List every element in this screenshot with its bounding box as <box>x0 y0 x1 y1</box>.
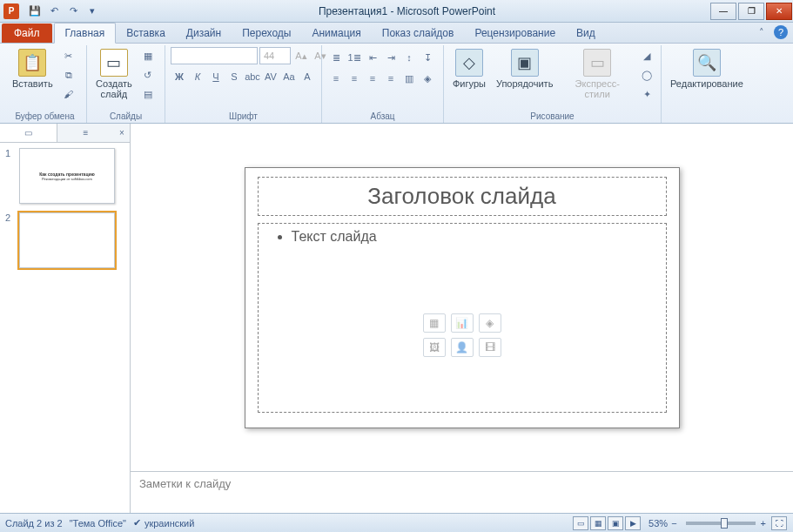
align-left-icon[interactable]: ≡ <box>327 70 345 87</box>
shapes-icon: ◇ <box>455 49 483 77</box>
layout-icon[interactable]: ▦ <box>139 47 157 64</box>
notes-pane[interactable]: Заметки к слайду <box>131 471 793 513</box>
thumb-tab-slides[interactable]: ▭ <box>0 124 57 142</box>
content-icons: ▦ 📊 ◈ 🖼 👤 🎞 <box>423 313 501 357</box>
shapes-button[interactable]: ◇ Фигуры <box>449 47 489 91</box>
insert-table-icon[interactable]: ▦ <box>423 313 446 333</box>
thumb-close-icon[interactable]: × <box>114 124 130 142</box>
shape-outline-icon[interactable]: ◯ <box>638 66 655 84</box>
normal-view-icon[interactable]: ▭ <box>573 516 588 530</box>
thumbnail-tabs: ▭ ≡ × <box>0 124 130 143</box>
slideshow-view-icon[interactable]: ▶ <box>625 516 641 530</box>
tab-insert[interactable]: Вставка <box>116 24 176 43</box>
reset-icon[interactable]: ↺ <box>139 66 157 84</box>
new-slide-button[interactable]: ▭ Создать слайд <box>92 47 136 101</box>
tab-slideshow[interactable]: Показ слайдов <box>372 24 465 43</box>
bullets-icon[interactable]: ≣ <box>327 49 345 66</box>
indent-inc-icon[interactable]: ⇥ <box>382 49 400 66</box>
columns-icon[interactable]: ▥ <box>400 70 418 87</box>
align-right-icon[interactable]: ≡ <box>364 70 381 87</box>
help-icon[interactable]: ? <box>774 25 788 39</box>
thumbnail-item[interactable]: 1 Как создать презентацию Рекомендации о… <box>5 148 124 204</box>
line-spacing-icon[interactable]: ↕ <box>400 49 418 66</box>
redo-icon[interactable]: ↷ <box>64 3 82 20</box>
tab-view[interactable]: Вид <box>566 24 606 43</box>
reading-view-icon[interactable]: ▣ <box>608 516 623 530</box>
font-color-icon[interactable]: A <box>299 68 316 85</box>
quick-styles-button[interactable]: ▭ Экспресс-стили <box>560 47 635 101</box>
thumbnail-list: 1 Как создать презентацию Рекомендации о… <box>0 143 130 513</box>
editing-label: Редактирование <box>670 78 743 89</box>
body-text: Текст слайда <box>292 229 652 245</box>
underline-icon[interactable]: Ч <box>207 68 225 85</box>
cut-icon[interactable]: ✂ <box>60 47 77 64</box>
section-icon[interactable]: ▤ <box>139 85 157 103</box>
zoom-slider[interactable] <box>686 522 756 525</box>
canvas[interactable]: Заголовок слайда Текст слайда ▦ 📊 ◈ 🖼 👤 … <box>131 124 793 471</box>
spellcheck-icon[interactable]: ✔ <box>133 517 141 529</box>
tab-animation[interactable]: Анимация <box>301 24 371 43</box>
grow-font-icon[interactable]: A▴ <box>292 47 310 64</box>
undo-icon[interactable]: ↶ <box>45 3 63 20</box>
tab-home[interactable]: Главная <box>54 23 117 44</box>
insert-chart-icon[interactable]: 📊 <box>451 313 474 333</box>
insert-picture-icon[interactable]: 🖼 <box>423 338 446 357</box>
title-placeholder[interactable]: Заголовок слайда <box>258 177 667 216</box>
group-slides: ▭ Создать слайд ▦ ↺ ▤ Слайды <box>87 45 165 123</box>
sorter-view-icon[interactable]: ▦ <box>590 516 606 530</box>
fit-to-window-icon[interactable]: ⛶ <box>771 516 787 530</box>
status-language[interactable]: украинский <box>144 518 194 529</box>
shapes-label: Фигуры <box>453 78 486 89</box>
quick-access-toolbar: 💾 ↶ ↷ ▾ <box>23 3 104 20</box>
slide: Заголовок слайда Текст слайда ▦ 📊 ◈ 🖼 👤 … <box>245 167 680 428</box>
copy-icon[interactable]: ⧉ <box>60 66 77 84</box>
insert-clipart-icon[interactable]: 👤 <box>451 338 474 357</box>
align-center-icon[interactable]: ≡ <box>346 70 363 87</box>
tab-review[interactable]: Рецензирование <box>464 24 566 43</box>
tab-transitions[interactable]: Переходы <box>232 24 301 43</box>
font-name-combo[interactable] <box>171 47 258 64</box>
thumbnail-item[interactable]: 2 <box>5 212 124 268</box>
title-bar: P 💾 ↶ ↷ ▾ Презентация1 - Microsoft Power… <box>0 0 793 23</box>
paste-button[interactable]: 📋 Вставить <box>9 47 57 91</box>
spacing-icon[interactable]: AV <box>262 68 279 85</box>
group-paragraph-label: Абзац <box>322 111 443 121</box>
zoom-in-icon[interactable]: + <box>761 518 766 529</box>
shape-fill-icon[interactable]: ◢ <box>638 47 655 64</box>
shape-effects-icon[interactable]: ✦ <box>638 85 655 103</box>
body-placeholder[interactable]: Текст слайда ▦ 📊 ◈ 🖼 👤 🎞 <box>258 223 667 413</box>
quick-styles-label: Экспресс-стили <box>563 78 631 99</box>
case-icon[interactable]: Aa <box>280 68 298 85</box>
save-icon[interactable]: 💾 <box>26 3 44 20</box>
group-editing: 🔍 Редактирование <box>662 45 757 123</box>
bold-icon[interactable]: Ж <box>171 68 188 85</box>
format-painter-icon[interactable]: 🖌 <box>60 85 77 103</box>
arrange-label: Упорядочить <box>496 78 553 89</box>
indent-dec-icon[interactable]: ⇤ <box>364 49 381 66</box>
close-button[interactable]: ✕ <box>766 3 792 20</box>
thumb-preview: Как создать презентацию Рекомендации от … <box>19 148 115 204</box>
justify-icon[interactable]: ≡ <box>382 70 400 87</box>
insert-media-icon[interactable]: 🎞 <box>479 338 501 357</box>
arrange-icon: ▣ <box>511 49 539 77</box>
file-tab[interactable]: Файл <box>2 24 52 43</box>
insert-smartart-icon[interactable]: ◈ <box>479 313 501 333</box>
minimize-button[interactable]: — <box>710 3 736 20</box>
italic-icon[interactable]: К <box>189 68 206 85</box>
qat-dropdown-icon[interactable]: ▾ <box>84 3 101 20</box>
thumb-tab-outline[interactable]: ≡ <box>57 124 114 142</box>
numbering-icon[interactable]: 1≣ <box>346 49 363 66</box>
zoom-thumb[interactable] <box>721 518 728 529</box>
smartart-convert-icon[interactable]: ◈ <box>419 70 436 87</box>
work-area: ▭ ≡ × 1 Как создать презентацию Рекоменд… <box>0 124 793 513</box>
arrange-button[interactable]: ▣ Упорядочить <box>493 47 556 91</box>
text-direction-icon[interactable]: ↧ <box>419 49 436 66</box>
shadow-icon[interactable]: abc <box>244 68 261 85</box>
zoom-out-icon[interactable]: − <box>671 518 676 529</box>
maximize-button[interactable]: ❐ <box>738 3 764 20</box>
font-size-combo[interactable]: 44 <box>259 47 291 64</box>
editing-button[interactable]: 🔍 Редактирование <box>667 47 747 91</box>
strike-icon[interactable]: S <box>225 68 243 85</box>
minimize-ribbon-icon[interactable]: ˄ <box>755 25 769 39</box>
tab-design[interactable]: Дизайн <box>176 24 232 43</box>
